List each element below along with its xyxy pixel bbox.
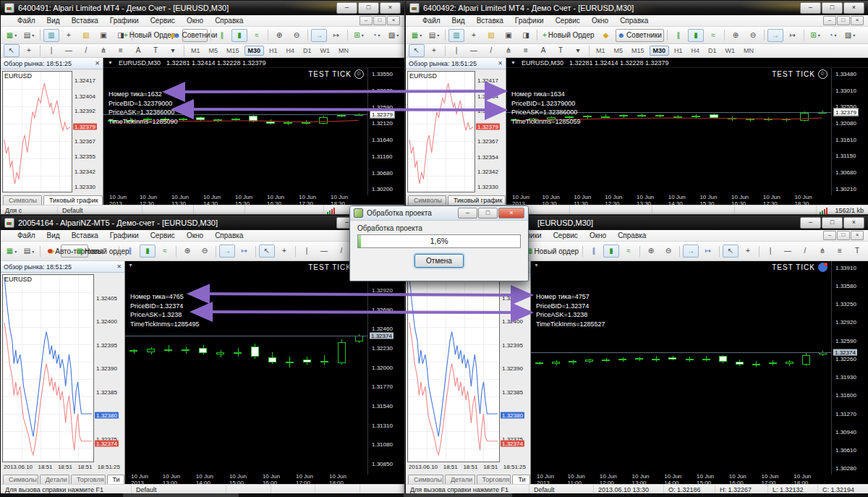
vertical-line-button[interactable]: |: [299, 245, 315, 258]
cursor-button[interactable]: ↖: [409, 44, 425, 57]
zoom-in-button[interactable]: ⊕: [643, 245, 659, 258]
close-button[interactable]: ×: [843, 2, 864, 14]
profiles-button[interactable]: ▤▾: [21, 245, 37, 258]
menu-item[interactable]: Графики: [509, 17, 550, 25]
panel-close-icon[interactable]: ✕: [116, 263, 122, 270]
arrows-tool-button[interactable]: ▾: [165, 44, 181, 57]
minimize-button[interactable]: –: [336, 2, 357, 14]
menu-item[interactable]: Окно: [181, 17, 209, 25]
candlestick-button[interactable]: ▮: [603, 245, 619, 258]
chevron-down-icon[interactable]: ▼: [511, 60, 516, 65]
market-watch-tab[interactable]: Тиковый график: [448, 195, 506, 205]
crosshair-button[interactable]: +: [21, 44, 37, 57]
new-order-button[interactable]: ▦Новый ордер: [90, 245, 116, 258]
vertical-line-button[interactable]: |: [762, 245, 778, 258]
terminal-button[interactable]: ▣: [501, 29, 516, 42]
new-order-button[interactable]: ▦Новый ордер: [525, 245, 579, 258]
mdi-close-button[interactable]: ×: [387, 16, 400, 25]
zoom-out-button[interactable]: ⊖: [289, 29, 305, 42]
mdi-restore-button[interactable]: □: [837, 16, 850, 25]
line-chart-button[interactable]: ≈: [249, 29, 265, 42]
candlestick-button[interactable]: ▮: [140, 245, 156, 258]
market-watch-header[interactable]: Обзор рынка: 18:51:25 ✕: [1, 261, 124, 273]
timeframe-m30[interactable]: M30: [650, 46, 670, 56]
data-window-button[interactable]: +: [61, 29, 77, 42]
menu-item[interactable]: Графики: [104, 17, 145, 25]
navigator-button[interactable]: ▧: [483, 29, 499, 42]
text-label-button[interactable]: T: [553, 44, 569, 57]
auto-scroll-button[interactable]: →: [311, 29, 327, 42]
trendline-button[interactable]: /: [797, 245, 813, 258]
timeframe-mn[interactable]: MN: [335, 46, 352, 56]
mdi-close-button[interactable]: ×: [851, 231, 864, 240]
vertical-line-button[interactable]: |: [43, 44, 59, 57]
auto-scroll-button[interactable]: →: [767, 29, 783, 42]
taskbar[interactable]: [0, 493, 868, 497]
vertical-line-button[interactable]: |: [448, 44, 464, 57]
candlestick-chart[interactable]: [506, 68, 832, 195]
chevron-down-icon[interactable]: ▼: [128, 263, 133, 268]
candlestick-chart[interactable]: [103, 68, 368, 195]
horizontal-line-button[interactable]: —: [780, 245, 796, 258]
menu-item[interactable]: Сервис: [548, 231, 584, 239]
menu-item[interactable]: Сервис: [145, 231, 181, 239]
timeframe-h4[interactable]: H4: [688, 46, 704, 56]
maximize-button[interactable]: □: [822, 217, 843, 229]
zoom-in-button[interactable]: ⊕: [728, 29, 744, 42]
timeframe-h1[interactable]: H1: [671, 46, 686, 56]
timeframe-m30[interactable]: M30: [244, 46, 265, 56]
menu-item[interactable]: Справка: [614, 17, 654, 25]
equidistant-channel-button[interactable]: ⋔: [501, 44, 516, 57]
menu-item[interactable]: Вид: [41, 17, 66, 25]
data-window-button[interactable]: +: [466, 29, 482, 42]
mdi-minimize-button[interactable]: –: [823, 231, 836, 240]
menu-item[interactable]: Вставка: [471, 17, 509, 25]
taskbar-button[interactable]: [404, 493, 512, 497]
zoom-in-button[interactable]: ⊕: [271, 29, 287, 42]
zoom-in-button[interactable]: ⊕: [179, 245, 195, 258]
expert-advisors-button[interactable]: ☻Советники: [616, 29, 664, 42]
text-button[interactable]: A: [130, 44, 146, 57]
profiles-button[interactable]: ▤▾: [21, 29, 37, 42]
auto-scroll-button[interactable]: →: [219, 245, 235, 258]
candlestick-button[interactable]: ▮: [688, 29, 704, 42]
mdi-minimize-button[interactable]: –: [823, 16, 836, 25]
cursor-button[interactable]: ↖: [723, 245, 739, 258]
line-chart-button[interactable]: ≈: [621, 245, 637, 258]
market-watch-tab[interactable]: Детали: [40, 475, 69, 484]
chart-shift-button[interactable]: ↦: [785, 29, 801, 42]
market-watch-tab[interactable]: Символы: [3, 475, 38, 484]
timeframe-w1[interactable]: W1: [317, 46, 334, 56]
market-watch-tab[interactable]: Символы: [3, 195, 42, 205]
panel-close-icon[interactable]: ✕: [498, 60, 503, 67]
text-button[interactable]: A: [535, 44, 551, 57]
market-watch-tab[interactable]: Символы: [408, 195, 446, 205]
mdi-close-button[interactable]: ×: [851, 16, 864, 25]
titlebar[interactable]: 20054164 - AlpariNZ-MT5 - Демо-счет - [E…: [1, 216, 404, 230]
close-button[interactable]: ×: [380, 2, 401, 14]
market-watch-tab[interactable]: Торговля: [71, 475, 106, 484]
menu-item[interactable]: Справка: [612, 231, 652, 239]
bar-chart-button[interactable]: ∥: [122, 245, 138, 258]
zoom-out-button[interactable]: ⊖: [197, 245, 213, 258]
dialog-maximize-button[interactable]: □: [478, 208, 498, 218]
chart-shift-button[interactable]: ↦: [237, 245, 252, 258]
equidistant-channel-button[interactable]: ⋔: [95, 44, 111, 57]
timeframe-m1[interactable]: M1: [592, 46, 609, 56]
chevron-down-icon[interactable]: ▼: [108, 60, 113, 65]
menu-item[interactable]: Окно: [584, 231, 612, 239]
horizontal-line-button[interactable]: —: [466, 44, 482, 57]
timeframe-m15[interactable]: M15: [628, 46, 648, 56]
templates-button[interactable]: ▨▾: [842, 29, 858, 42]
market-watch-button[interactable]: ▥: [448, 29, 464, 42]
horizontal-line-button[interactable]: —: [316, 245, 332, 258]
line-chart-button[interactable]: ≈: [157, 245, 173, 258]
timeframe-m1[interactable]: M1: [187, 46, 204, 56]
new-order-button[interactable]: +Новый Ордер: [540, 29, 597, 42]
line-chart-button[interactable]: ≈: [705, 29, 721, 42]
expert-advisors-button[interactable]: ☻Советники: [182, 29, 208, 42]
menu-item[interactable]: Справка: [209, 231, 249, 239]
minimize-button[interactable]: –: [800, 217, 821, 229]
mdi-minimize-button[interactable]: –: [359, 16, 373, 25]
market-watch-header[interactable]: Обзор рынка: 18:51:25 ✕: [406, 58, 506, 69]
